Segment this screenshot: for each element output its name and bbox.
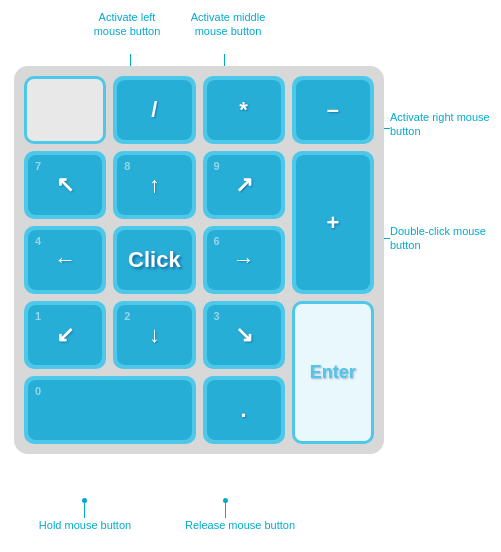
key-nine[interactable]: 9 (203, 151, 285, 219)
numpad: / * – 7 8 9 + (14, 66, 384, 454)
annotation-activate-middle: Activate middle mouse button (183, 10, 273, 39)
key-multiply[interactable]: * (203, 76, 285, 144)
key-one[interactable]: 1 (24, 301, 106, 369)
annotation-activate-left: Activate left mouse button (82, 10, 172, 39)
key-empty[interactable] (24, 76, 106, 144)
annotation-double-click: Double-click mouse button (390, 224, 500, 253)
key-eight[interactable]: 8 (113, 151, 195, 219)
annotation-activate-right: Activate right mouse button (390, 110, 500, 139)
key-three[interactable]: 3 (203, 301, 285, 369)
key-six[interactable]: 6 (203, 226, 285, 294)
key-enter[interactable]: Enter (292, 301, 374, 444)
key-seven[interactable]: 7 (24, 151, 106, 219)
annotation-release-mouse: Release mouse button (170, 518, 310, 532)
key-five-click[interactable]: Click (113, 226, 195, 294)
dot-hold-mouse (82, 498, 87, 503)
key-minus[interactable]: – (292, 76, 374, 144)
key-zero[interactable]: 0 (24, 376, 196, 444)
key-divide[interactable]: / (113, 76, 195, 144)
key-four[interactable]: 4 (24, 226, 106, 294)
dot-release-mouse (223, 498, 228, 503)
key-decimal[interactable]: . (203, 376, 285, 444)
key-plus[interactable]: + (292, 151, 374, 294)
key-two[interactable]: 2 (113, 301, 195, 369)
annotation-hold-mouse: Hold mouse button (20, 518, 150, 532)
